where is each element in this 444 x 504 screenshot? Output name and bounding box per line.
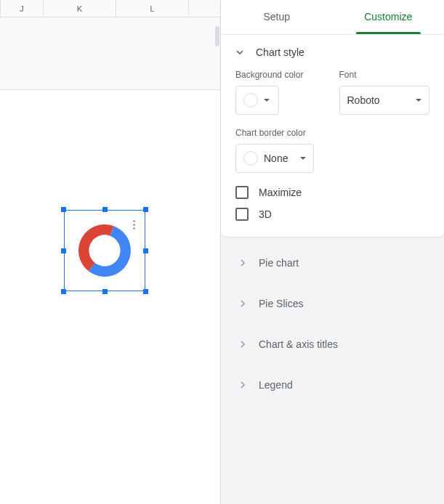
checkbox-icon	[235, 208, 249, 221]
three-d-checkbox[interactable]: 3D	[235, 208, 429, 221]
section-title: Pie chart	[259, 257, 299, 269]
resize-handle-bottom-center[interactable]	[102, 289, 108, 294]
chart-editor-panel: Setup Customize Chart style Background c…	[220, 0, 444, 504]
maximize-checkbox[interactable]: Maximize	[235, 186, 429, 199]
chart-editor-card: Setup Customize Chart style Background c…	[221, 0, 444, 237]
chevron-right-icon	[238, 340, 247, 349]
section-pie-slices[interactable]: Pie Slices	[221, 283, 444, 324]
caret-down-icon	[300, 155, 306, 161]
chart-style-controls: Background color Font Roboto	[221, 67, 444, 237]
chart-border-color-label: Chart border color	[235, 128, 429, 138]
resize-handle-top-right[interactable]	[143, 207, 148, 212]
chevron-down-icon	[235, 48, 244, 57]
resize-handle-bottom-left[interactable]	[61, 289, 66, 294]
chevron-right-icon	[238, 299, 247, 308]
font-select[interactable]: Roboto	[339, 86, 430, 115]
section-chart-style-header[interactable]: Chart style	[221, 35, 444, 67]
three-d-checkbox-label: 3D	[259, 208, 272, 220]
section-title: Chart & axis titles	[259, 338, 338, 350]
chart-border-color-select[interactable]: None	[235, 144, 314, 173]
font-select-value: Roboto	[347, 94, 411, 106]
column-header-row: J K L	[0, 0, 220, 17]
tab-setup[interactable]: Setup	[221, 0, 333, 34]
tab-customize[interactable]: Customize	[333, 0, 445, 34]
color-swatch-icon	[243, 93, 258, 107]
section-legend[interactable]: Legend	[221, 365, 444, 405]
column-header-k[interactable]: K	[44, 0, 116, 17]
background-color-select[interactable]	[235, 86, 279, 115]
chevron-right-icon	[238, 381, 247, 389]
font-label: Font	[339, 70, 430, 80]
embedded-chart[interactable]	[64, 210, 145, 291]
vertical-scrollbar[interactable]	[215, 26, 219, 46]
background-color-label: Background color	[235, 70, 326, 80]
frozen-region	[0, 17, 220, 90]
chevron-right-icon	[238, 259, 247, 267]
section-chart-axis-titles[interactable]: Chart & axis titles	[221, 324, 444, 365]
maximize-checkbox-label: Maximize	[259, 187, 302, 198]
resize-handle-bottom-right[interactable]	[143, 289, 148, 294]
resize-handle-top-center[interactable]	[102, 207, 108, 212]
chart-border-color-value: None	[264, 153, 294, 164]
caret-down-icon	[416, 97, 421, 103]
section-title: Legend	[259, 379, 293, 391]
resize-handle-middle-right[interactable]	[143, 248, 148, 253]
color-swatch-icon	[243, 151, 258, 166]
section-title: Chart style	[256, 46, 304, 58]
column-header-j[interactable]: J	[0, 0, 44, 17]
column-header-l[interactable]: L	[116, 0, 189, 17]
checkbox-icon	[235, 186, 249, 199]
resize-handle-top-left[interactable]	[61, 207, 66, 212]
caret-down-icon	[264, 97, 270, 103]
section-pie-chart[interactable]: Pie chart	[221, 243, 444, 283]
section-title: Pie Slices	[259, 298, 303, 309]
editor-tabs: Setup Customize	[221, 0, 444, 35]
spreadsheet-canvas[interactable]: J K L	[0, 0, 220, 504]
chart-kebab-menu-icon[interactable]	[133, 220, 135, 229]
resize-handle-middle-left[interactable]	[61, 248, 66, 253]
